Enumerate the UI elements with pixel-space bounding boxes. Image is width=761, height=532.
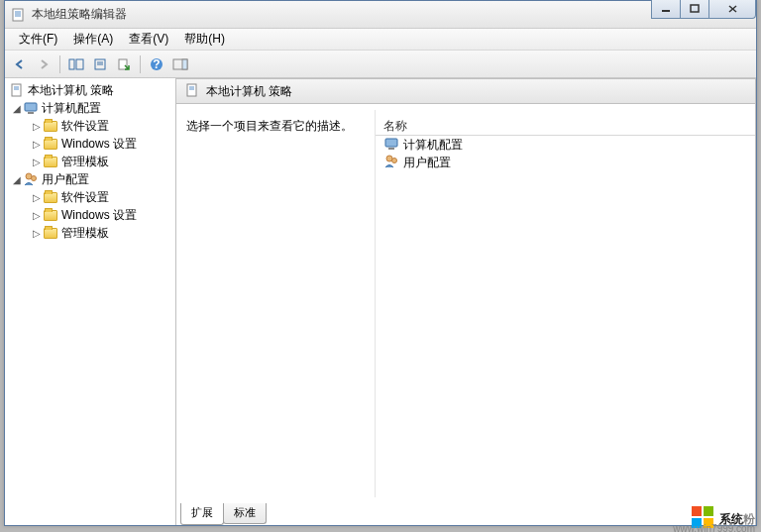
svg-rect-0 [13,9,23,21]
tree-label: Windows 设置 [61,207,137,224]
folder-icon [43,154,58,169]
titlebar: 本地组策略编辑器 [5,1,756,29]
svg-point-24 [32,176,37,181]
minimize-button[interactable] [651,0,681,19]
tree-node-windows-settings[interactable]: ▷ Windows 设置 [7,206,167,224]
expand-icon[interactable]: ▷ [31,157,43,167]
list-item-user-config[interactable]: 用户配置 [376,154,755,171]
collapse-icon[interactable]: ◢ [11,174,23,185]
tree-label: 用户配置 [42,171,89,188]
svg-rect-28 [385,139,397,147]
tree-node-computer-config[interactable]: ◢ 计算机配置 [7,99,167,117]
tree-root[interactable]: 本地计算机 策略 [7,81,167,99]
back-button[interactable] [9,53,31,75]
main-body: 选择一个项目来查看它的描述。 名称 计算机配置 用户配置 [176,104,756,503]
folder-icon [43,118,58,134]
toolbar: ? [5,51,756,78]
properties-button[interactable] [89,53,111,75]
svg-text:?: ? [153,57,160,71]
svg-rect-22 [28,112,34,114]
svg-point-31 [392,158,397,162]
main-header-title: 本地计算机 策略 [206,83,292,100]
policy-icon [9,82,25,98]
tab-extended[interactable]: 扩展 [180,503,224,525]
expand-icon[interactable]: ▷ [31,228,43,239]
tab-standard[interactable]: 标准 [223,503,267,524]
folder-icon [43,136,58,152]
help-button[interactable]: ? [146,53,167,75]
tree-node-admin-templates[interactable]: ▷ 管理模板 [7,153,167,170]
expand-icon[interactable]: ▷ [31,210,43,221]
window-frame: 本地组策略编辑器 文件(F) 操作(A) 查看(V) 帮助(H) ? 本地计算机… [4,0,757,526]
policy-icon [184,82,200,101]
expand-icon[interactable]: ▷ [31,192,43,203]
folder-icon [43,207,58,223]
tree-node-admin-templates[interactable]: ▷ 管理模板 [7,224,167,242]
tree-node-software-settings[interactable]: ▷ 软件设置 [7,117,167,135]
menu-help[interactable]: 帮助(H) [176,29,233,50]
tree-panel[interactable]: 本地计算机 策略 ◢ 计算机配置 ▷ 软件设置 ▷ Windows 设置 ▷ 管… [5,78,169,525]
main-header: 本地计算机 策略 [176,78,756,104]
list-item-computer-config[interactable]: 计算机配置 [376,136,755,154]
list-item-label: 计算机配置 [403,137,463,154]
folder-icon [43,225,58,241]
window-title: 本地组策略编辑器 [32,6,127,23]
tree-label: 管理模板 [61,225,109,242]
tree-node-software-settings[interactable]: ▷ 软件设置 [7,188,167,206]
user-icon [383,154,399,172]
tree-label: 计算机配置 [42,100,101,117]
description-text: 选择一个项目来查看它的描述。 [186,119,353,133]
column-header-name[interactable]: 名称 [376,116,755,136]
list-item-label: 用户配置 [403,155,451,171]
close-button[interactable] [708,0,756,19]
svg-rect-9 [76,59,83,69]
tree-label: Windows 设置 [61,136,137,153]
tree-label: 管理模板 [61,154,109,170]
tree-node-user-config[interactable]: ◢ 用户配置 [7,170,167,188]
computer-icon [23,100,39,116]
menu-view[interactable]: 查看(V) [121,29,176,50]
tree-root-label: 本地计算机 策略 [28,82,114,99]
maximize-button[interactable] [680,0,709,19]
tree-node-windows-settings[interactable]: ▷ Windows 设置 [7,135,167,153]
description-column: 选择一个项目来查看它的描述。 [176,104,375,503]
collapse-icon[interactable]: ◢ [11,103,23,114]
main-panel: 本地计算机 策略 选择一个项目来查看它的描述。 名称 计算机配置 用户配置 [175,78,756,525]
toolbar-separator [140,55,141,73]
user-icon [23,171,39,187]
window-controls [652,0,756,19]
svg-rect-5 [691,5,699,12]
content-area: 本地计算机 策略 ◢ 计算机配置 ▷ 软件设置 ▷ Windows 设置 ▷ 管… [5,78,756,525]
svg-rect-17 [182,59,187,69]
svg-rect-18 [12,84,21,96]
view-tabs: 扩展 标准 [176,503,756,525]
show-hide-tree-button[interactable] [65,53,87,75]
list-column: 名称 计算机配置 用户配置 [375,110,755,497]
svg-rect-8 [69,59,74,69]
computer-icon [383,136,399,155]
svg-rect-29 [388,148,394,150]
tree-label: 软件设置 [61,118,109,135]
menu-action[interactable]: 操作(A) [65,29,121,50]
export-list-button[interactable] [113,53,135,75]
folder-icon [43,189,58,205]
tree-label: 软件设置 [61,189,109,206]
svg-rect-25 [187,84,196,96]
expand-icon[interactable]: ▷ [31,121,43,132]
svg-rect-21 [25,103,37,111]
menubar: 文件(F) 操作(A) 查看(V) 帮助(H) [5,29,756,51]
toolbar-separator [59,55,60,73]
watermark-url: www.win7999.com [673,523,755,532]
menu-file[interactable]: 文件(F) [11,29,65,50]
app-icon [11,7,27,23]
svg-rect-13 [119,59,127,69]
expand-icon[interactable]: ▷ [31,139,43,150]
forward-button[interactable] [33,53,54,75]
show-hide-action-pane-button[interactable] [169,53,191,75]
